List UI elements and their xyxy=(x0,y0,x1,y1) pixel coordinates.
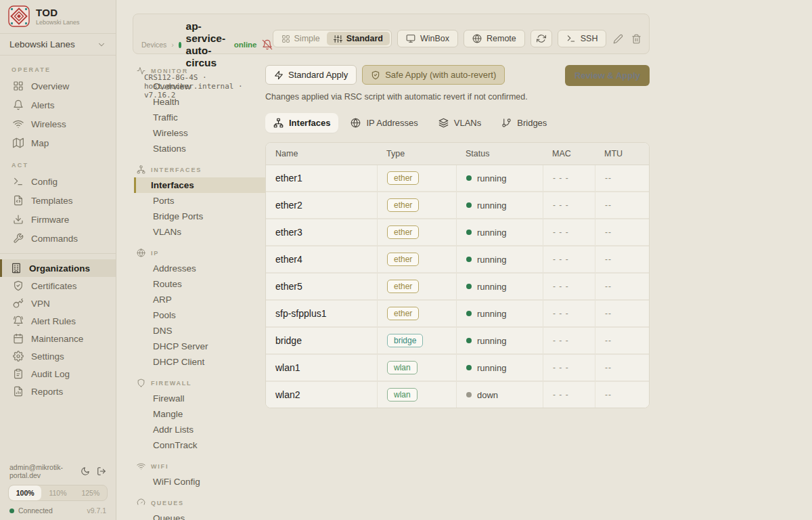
table-row-ether1[interactable]: ether1 ether running - - - -- xyxy=(266,165,649,192)
sidebar-item-vpn[interactable]: VPN xyxy=(0,295,116,312)
breadcrumb-devices[interactable]: Devices xyxy=(141,41,166,49)
cell-mac: - - - xyxy=(543,382,595,408)
subnav-item-pools[interactable]: Pools xyxy=(134,307,265,323)
subnav-item-health[interactable]: Health xyxy=(134,94,265,110)
table-row-sfp-sfpplus1[interactable]: sfp-sfpplus1 ether running - - - -- xyxy=(266,301,649,328)
sidebar-item-alert-rules[interactable]: Alert Rules xyxy=(0,312,116,330)
sidebar-item-label: Maintenance xyxy=(31,334,83,344)
tab-ip-addresses[interactable]: IP Addresses xyxy=(342,113,426,133)
status-dot xyxy=(466,284,472,289)
refresh-icon xyxy=(537,34,546,43)
cell-mtu: -- xyxy=(595,301,649,326)
sidebar-item-commands[interactable]: Commands xyxy=(0,229,116,248)
bell-icon xyxy=(13,100,24,110)
scale-option-125[interactable]: 125% xyxy=(74,485,107,500)
table-row-ether5[interactable]: ether5 ether running - - - -- xyxy=(266,274,649,301)
sidebar-item-organizations[interactable]: Organizations xyxy=(0,259,116,277)
table-row-bridge[interactable]: bridge bridge running - - - -- xyxy=(266,328,649,355)
subnav-section-queues: QUEUES xyxy=(134,498,265,507)
subnav-item-addresses[interactable]: Addresses xyxy=(134,261,265,276)
cell-name: ether3 xyxy=(266,219,377,245)
subnav-item-conntrack[interactable]: ConnTrack xyxy=(134,437,265,453)
online-badge: online xyxy=(234,41,257,49)
ssh-label: SSH xyxy=(581,34,598,43)
status-dot xyxy=(466,202,472,208)
sidebar-item-config[interactable]: Config xyxy=(0,172,116,191)
subnav-item-stations[interactable]: Stations xyxy=(134,141,265,156)
subnav-item-addr-lists[interactable]: Addr Lists xyxy=(134,422,265,437)
view-mode-standard[interactable]: Standard xyxy=(327,32,390,45)
org-selector[interactable]: Lebowski Lanes xyxy=(0,34,116,56)
logout-icon[interactable] xyxy=(97,467,106,476)
subnav-item-dhcp-client[interactable]: DHCP Client xyxy=(134,354,265,370)
subnav-item-arp[interactable]: ARP xyxy=(134,292,265,307)
sidebar-item-firmware[interactable]: Firmware xyxy=(0,210,116,229)
standard-apply-button[interactable]: Standard Apply xyxy=(265,65,357,85)
subnav-item-queues[interactable]: Queues xyxy=(134,511,265,520)
table-row-ether3[interactable]: ether3 ether running - - - -- xyxy=(266,219,649,246)
tab-interfaces[interactable]: Interfaces xyxy=(265,113,338,133)
sidebar-item-label: Reports xyxy=(31,387,63,397)
sidebar-item-alerts[interactable]: Alerts xyxy=(0,95,116,114)
safe-apply-button[interactable]: Safe Apply (with auto-revert) xyxy=(362,65,505,85)
subnav-item-ports[interactable]: Ports xyxy=(134,193,265,209)
scale-option-110[interactable]: 110% xyxy=(41,485,74,500)
subnav-item-dns[interactable]: DNS xyxy=(134,323,265,339)
sidebar-item-label: Templates xyxy=(31,196,73,206)
ui-scale-control: 100% 110% 125% xyxy=(8,485,108,501)
cell-mtu: -- xyxy=(595,192,649,218)
subnav-item-mangle[interactable]: Mangle xyxy=(134,406,265,422)
winbox-button[interactable]: WinBox xyxy=(397,30,458,47)
subnav-item-overview[interactable]: Overview xyxy=(134,79,265,94)
sidebar-item-label: Map xyxy=(31,138,49,148)
sidebar-item-wireless[interactable]: Wireless xyxy=(0,114,116,133)
review-apply-button[interactable]: Review & Apply xyxy=(565,65,650,86)
subnav-item-routes[interactable]: Routes xyxy=(134,276,265,292)
section-label-operate: OPERATE xyxy=(0,62,116,77)
remote-label: Remote xyxy=(487,34,516,43)
wrench-icon xyxy=(13,233,24,244)
subnav-item-traffic[interactable]: Traffic xyxy=(134,110,265,125)
sidebar-item-reports[interactable]: Reports xyxy=(0,383,116,400)
table-row-ether2[interactable]: ether2 ether running - - - -- xyxy=(266,192,649,219)
wifi-icon xyxy=(137,462,145,471)
sidebar-item-label: Commands xyxy=(31,234,78,244)
notifications-off-icon[interactable] xyxy=(262,39,273,50)
view-mode-simple[interactable]: Simple xyxy=(275,32,327,45)
table-row-wlan2[interactable]: wlan2 wlan down - - - -- xyxy=(266,382,649,408)
cell-mtu: -- xyxy=(595,165,649,191)
status-dot xyxy=(466,338,472,343)
sidebar-item-certificates[interactable]: Certificates xyxy=(0,277,116,295)
sidebar-item-label: VPN xyxy=(31,299,50,309)
monitor-icon xyxy=(406,34,415,43)
remote-button[interactable]: Remote xyxy=(464,30,525,47)
delete-trash-icon[interactable] xyxy=(631,34,641,44)
subnav-item-vlans[interactable]: VLANs xyxy=(134,224,265,240)
cell-name: sfp-sfpplus1 xyxy=(266,301,377,326)
table-row-ether4[interactable]: ether4 ether running - - - -- xyxy=(266,246,649,274)
sidebar-item-audit-log[interactable]: Audit Log xyxy=(0,365,116,383)
sidebar-item-settings[interactable]: Settings xyxy=(0,347,116,365)
sidebar-item-maintenance[interactable]: Maintenance xyxy=(0,330,116,347)
subnav-item-bridge-ports[interactable]: Bridge Ports xyxy=(134,209,265,224)
ssh-button[interactable]: SSH xyxy=(558,30,607,47)
subnav-item-wireless[interactable]: Wireless xyxy=(134,125,265,141)
refresh-button[interactable] xyxy=(531,30,552,47)
dark-mode-moon-icon[interactable] xyxy=(81,467,90,476)
subnav-item-wifi-config[interactable]: WiFi Config xyxy=(134,474,265,490)
tab-vlans[interactable]: VLANs xyxy=(430,113,489,133)
subnav-item-firewall[interactable]: Firewall xyxy=(134,391,265,406)
sidebar-item-overview[interactable]: Overview xyxy=(0,77,116,95)
sidebar-item-templates[interactable]: Templates xyxy=(0,191,116,210)
subnav-item-interfaces[interactable]: Interfaces xyxy=(134,177,265,193)
subnav-item-dhcp-server[interactable]: DHCP Server xyxy=(134,339,265,354)
cell-mtu: -- xyxy=(595,274,649,299)
sidebar-item-map[interactable]: Map xyxy=(0,133,116,152)
branch-icon xyxy=(501,118,512,128)
tab-label: Bridges xyxy=(517,118,547,128)
table-row-wlan1[interactable]: wlan1 wlan running - - - -- xyxy=(266,355,649,382)
scale-option-100[interactable]: 100% xyxy=(9,485,41,500)
tab-bridges[interactable]: Bridges xyxy=(493,113,555,133)
type-badge: ether xyxy=(387,198,419,212)
edit-pencil-icon[interactable] xyxy=(613,34,623,44)
